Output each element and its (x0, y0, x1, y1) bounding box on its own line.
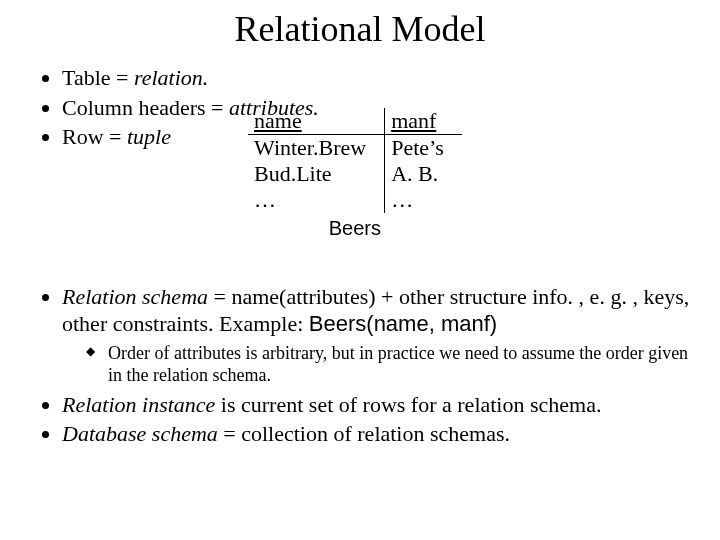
term-relation-schema: Relation schema (62, 284, 208, 309)
table-row: … … (248, 187, 462, 213)
page-title: Relational Model (30, 8, 690, 50)
cell: Pete’s (385, 135, 462, 162)
bullet-relation-instance: Relation instance is current set of rows… (62, 391, 690, 419)
bullet-database-schema: Database schema = collection of relation… (62, 420, 690, 448)
beers-table: name manf Winter.Brew Pete’s Bud.Lite A.… (248, 108, 462, 213)
term-database-schema: Database schema (62, 421, 218, 446)
table-row: Winter.Brew Pete’s (248, 135, 462, 162)
text: is current set of rows for a relation sc… (215, 392, 601, 417)
col-header-name: name (248, 108, 385, 135)
example-table-block: name manf Winter.Brew Pete’s Bud.Lite A.… (248, 108, 462, 240)
table-header-row: name manf (248, 108, 462, 135)
col-header-manf: manf (385, 108, 462, 135)
text: Order of attributes is arbitrary, but in… (108, 343, 688, 386)
sub-list: Order of attributes is arbitrary, but in… (86, 342, 690, 387)
cell: … (248, 187, 385, 213)
term-relation-instance: Relation instance (62, 392, 215, 417)
text: Table = (62, 65, 134, 90)
sub-bullet-order: Order of attributes is arbitrary, but in… (86, 342, 690, 387)
term-relation: relation. (134, 65, 208, 90)
table-caption: Beers (248, 217, 462, 240)
text: = collection of relation schemas. (218, 421, 510, 446)
cell: A. B. (385, 161, 462, 187)
cell: … (385, 187, 462, 213)
text: Row = (62, 124, 127, 149)
text: Column headers = (62, 95, 229, 120)
term-tuple: tuple (127, 124, 171, 149)
table-row: Bud.Lite A. B. (248, 161, 462, 187)
bullet-list-bottom: Relation schema = name(attributes) + oth… (40, 283, 690, 448)
cell: Bud.Lite (248, 161, 385, 187)
cell: Winter.Brew (248, 135, 385, 162)
slide: Relational Model Table = relation. Colum… (0, 0, 720, 540)
schema-example: Beers(name, manf) (309, 311, 497, 336)
bullet-table-relation: Table = relation. (62, 64, 690, 92)
bullet-relation-schema: Relation schema = name(attributes) + oth… (62, 283, 690, 387)
